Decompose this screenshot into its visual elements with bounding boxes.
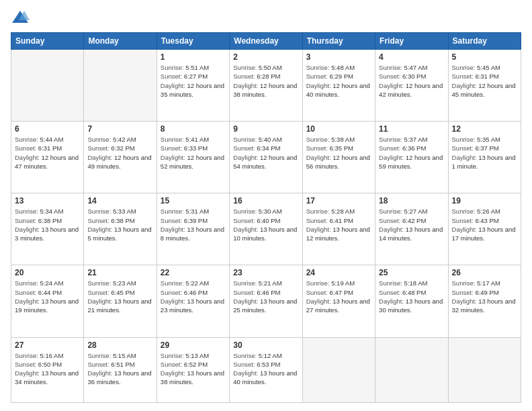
day-info: Sunrise: 5:50 AMSunset: 6:28 PMDaylight:…: [233, 63, 298, 99]
day-number: 25: [379, 268, 444, 277]
day-info: Sunrise: 5:40 AMSunset: 6:34 PMDaylight:…: [233, 135, 298, 171]
sunrise-label: Sunrise:: [452, 136, 478, 143]
daylight-label: Daylight:: [306, 82, 333, 89]
calendar-header-row: SundayMondayTuesdayWednesdayThursdayFrid…: [11, 33, 521, 50]
header: [11, 8, 521, 27]
calendar-cell: 7Sunrise: 5:42 AMSunset: 6:32 PMDaylight…: [84, 122, 157, 193]
daylight-label: Daylight:: [306, 154, 333, 161]
day-number: 29: [161, 340, 226, 350]
sunset-label: Sunset:: [306, 73, 330, 80]
day-info: Sunrise: 5:34 AMSunset: 6:38 PMDaylight:…: [15, 207, 80, 242]
day-info: Sunrise: 5:41 AMSunset: 6:33 PMDaylight:…: [161, 135, 226, 171]
page: SundayMondayTuesdayWednesdayThursdayFrid…: [0, 0, 532, 411]
calendar-cell: 19Sunrise: 5:26 AMSunset: 6:43 PMDayligh…: [448, 193, 521, 265]
day-info: Sunrise: 5:21 AMSunset: 6:46 PMDaylight:…: [233, 279, 298, 314]
day-number: 13: [15, 196, 80, 205]
calendar-cell: 2Sunrise: 5:50 AMSunset: 6:28 PMDaylight…: [230, 50, 302, 122]
logo: [11, 8, 32, 27]
day-info: Sunrise: 5:17 AMSunset: 6:49 PMDaylight:…: [452, 279, 517, 314]
day-info: Sunrise: 5:23 AMSunset: 6:45 PMDaylight:…: [87, 279, 152, 314]
day-info: Sunrise: 5:37 AMSunset: 6:36 PMDaylight:…: [379, 135, 444, 171]
calendar-cell: 23Sunrise: 5:21 AMSunset: 6:46 PMDayligh…: [230, 265, 302, 337]
sunset-label: Sunset:: [233, 73, 257, 80]
daylight-label: Daylight:: [452, 82, 479, 89]
daylight-label: Daylight:: [161, 226, 187, 233]
day-info: Sunrise: 5:38 AMSunset: 6:35 PMDaylight:…: [306, 135, 371, 171]
day-info: Sunrise: 5:13 AMSunset: 6:52 PMDaylight:…: [161, 351, 226, 387]
sunrise-label: Sunrise:: [306, 279, 332, 287]
calendar-cell: 29Sunrise: 5:13 AMSunset: 6:52 PMDayligh…: [157, 337, 229, 402]
day-of-week-saturday: Saturday: [448, 33, 521, 50]
day-of-week-sunday: Sunday: [11, 33, 84, 50]
sunrise-label: Sunrise:: [452, 279, 478, 287]
sunrise-label: Sunrise:: [15, 208, 40, 215]
daylight-label: Daylight:: [379, 226, 406, 233]
day-info: Sunrise: 5:16 AMSunset: 6:50 PMDaylight:…: [15, 351, 80, 387]
day-number: 16: [233, 196, 298, 205]
day-number: 9: [233, 124, 298, 134]
sunrise-label: Sunrise:: [161, 136, 186, 143]
daylight-label: Daylight:: [15, 154, 42, 161]
sunrise-label: Sunrise:: [233, 208, 259, 215]
day-number: 28: [87, 340, 152, 350]
calendar-cell: [84, 50, 157, 122]
calendar-cell: [11, 50, 84, 122]
sunrise-label: Sunrise:: [87, 279, 113, 287]
day-of-week-friday: Friday: [375, 33, 448, 50]
sunrise-label: Sunrise:: [452, 208, 478, 215]
calendar-cell: 21Sunrise: 5:23 AMSunset: 6:45 PMDayligh…: [84, 265, 157, 337]
daylight-label: Daylight:: [233, 226, 260, 233]
calendar-cell: 30Sunrise: 5:12 AMSunset: 6:53 PMDayligh…: [230, 337, 302, 402]
daylight-label: Daylight:: [15, 298, 42, 305]
calendar-cell: 22Sunrise: 5:22 AMSunset: 6:46 PMDayligh…: [157, 265, 229, 337]
sunset-label: Sunset:: [452, 73, 476, 80]
day-info: Sunrise: 5:31 AMSunset: 6:39 PMDaylight:…: [161, 207, 226, 242]
daylight-label: Daylight:: [87, 369, 114, 377]
day-info: Sunrise: 5:19 AMSunset: 6:47 PMDaylight:…: [306, 279, 371, 314]
sunrise-label: Sunrise:: [87, 352, 113, 359]
calendar-cell: 25Sunrise: 5:18 AMSunset: 6:48 PMDayligh…: [375, 265, 448, 337]
calendar-week-1: 1Sunrise: 5:51 AMSunset: 6:27 PMDaylight…: [11, 50, 521, 122]
day-of-week-monday: Monday: [84, 33, 157, 50]
sunset-label: Sunset:: [379, 289, 402, 296]
calendar-cell: 26Sunrise: 5:17 AMSunset: 6:49 PMDayligh…: [448, 265, 521, 337]
sunset-label: Sunset:: [87, 144, 111, 152]
day-info: Sunrise: 5:28 AMSunset: 6:41 PMDaylight:…: [306, 207, 371, 242]
daylight-label: Daylight:: [233, 369, 260, 377]
daylight-label: Daylight:: [161, 369, 187, 377]
sunrise-label: Sunrise:: [306, 136, 332, 143]
sunset-label: Sunset:: [452, 144, 476, 152]
sunrise-label: Sunrise:: [233, 136, 259, 143]
calendar-cell: 13Sunrise: 5:34 AMSunset: 6:38 PMDayligh…: [11, 193, 84, 265]
daylight-label: Daylight:: [15, 226, 42, 233]
sunset-label: Sunset:: [87, 289, 111, 296]
sunrise-label: Sunrise:: [233, 352, 259, 359]
day-info: Sunrise: 5:42 AMSunset: 6:32 PMDaylight:…: [87, 135, 152, 171]
sunset-label: Sunset:: [233, 289, 257, 296]
day-number: 3: [306, 52, 371, 62]
daylight-label: Daylight:: [87, 154, 114, 161]
day-number: 5: [452, 52, 517, 62]
calendar-cell: [448, 337, 521, 402]
calendar-cell: 27Sunrise: 5:16 AMSunset: 6:50 PMDayligh…: [11, 337, 84, 402]
sunset-label: Sunset:: [161, 217, 184, 224]
calendar-cell: 1Sunrise: 5:51 AMSunset: 6:27 PMDaylight…: [157, 50, 229, 122]
sunrise-label: Sunrise:: [87, 208, 113, 215]
daylight-label: Daylight:: [452, 226, 479, 233]
day-number: 1: [161, 52, 226, 62]
day-of-week-tuesday: Tuesday: [157, 33, 229, 50]
sunset-label: Sunset:: [452, 289, 476, 296]
calendar-cell: [375, 337, 448, 402]
sunrise-label: Sunrise:: [379, 64, 404, 71]
day-number: 7: [87, 124, 152, 134]
day-number: 27: [15, 340, 80, 350]
sunset-label: Sunset:: [452, 217, 476, 224]
calendar-cell: 10Sunrise: 5:38 AMSunset: 6:35 PMDayligh…: [302, 122, 375, 193]
day-of-week-thursday: Thursday: [302, 33, 375, 50]
sunset-label: Sunset:: [233, 361, 257, 368]
daylight-label: Daylight:: [452, 154, 479, 161]
day-info: Sunrise: 5:45 AMSunset: 6:31 PMDaylight:…: [452, 63, 517, 99]
day-info: Sunrise: 5:18 AMSunset: 6:48 PMDaylight:…: [379, 279, 444, 314]
daylight-label: Daylight:: [452, 298, 479, 305]
day-of-week-wednesday: Wednesday: [230, 33, 302, 50]
